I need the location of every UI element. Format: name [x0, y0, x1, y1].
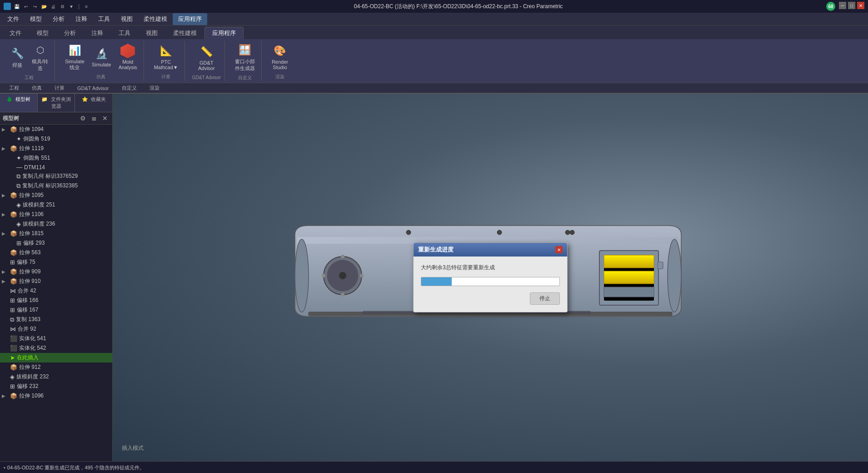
tab-file[interactable]: 文件 — [2, 27, 29, 39]
sidebar-tab-model-tree[interactable]: 🌲 模型树 — [0, 94, 38, 112]
tree-item-extrude-1094[interactable]: ▶📦拉伸 1094 — [0, 125, 112, 134]
gdt-advisor-button[interactable]: 📏 GD&T Advisor — [195, 43, 218, 73]
tree-item-offset-75[interactable]: ⊞偏移 75 — [0, 257, 112, 267]
tab-analysis[interactable]: 分析 — [56, 27, 84, 39]
subgroup-simulation[interactable]: 仿真 — [26, 84, 47, 92]
favorites-icon: ⭐ — [82, 96, 88, 102]
expand-icon-extrude-909[interactable]: ▶ — [2, 269, 8, 274]
mold-analysis-button[interactable]: Mold Analysis — [116, 42, 140, 72]
undo-btn[interactable]: ↩ — [22, 2, 30, 10]
tree-item-chamfer-551[interactable]: ✦倒圆角 551 — [0, 153, 112, 163]
menu-flexible-modeling[interactable]: 柔性建模 — [138, 13, 173, 25]
tree-settings-btn[interactable]: ⚙ — [78, 114, 88, 123]
expand-icon-extrude-1095[interactable]: ▶ — [2, 193, 8, 198]
toggle-btn[interactable]: ≡ — [82, 2, 90, 10]
tree-label-draft-232: 拔模斜度 232 — [16, 373, 49, 381]
subgroup-render[interactable]: 渲染 — [144, 84, 165, 92]
tab-annotate[interactable]: 注释 — [84, 27, 111, 39]
open-btn[interactable]: 📂 — [40, 2, 48, 10]
tree-close-btn[interactable]: ✕ — [100, 114, 110, 123]
viewport[interactable]: 插入模式 重新生成进度 ✕ 大约剩余3总特征需要重新生成 停止 — [113, 94, 868, 461]
weld-button[interactable]: 🔧 焊接 — [7, 45, 27, 70]
ribbon-group-gdt: 📏 GD&T Advisor GD&T Advisor — [189, 41, 225, 81]
dialog-close-btn[interactable]: ✕ — [555, 246, 563, 253]
print-btn[interactable]: 🖨 — [49, 2, 57, 10]
simulate-button[interactable]: 🔬 Simulate — [89, 45, 114, 69]
simulate-lines-button[interactable]: 📊 Simulate 线业 — [62, 41, 87, 73]
more-btn[interactable]: ▼ — [67, 2, 75, 10]
tree-item-extrude-910[interactable]: ▶📦拉伸 910 — [0, 277, 112, 286]
tree-item-offset-293[interactable]: ⊞偏移 293 — [0, 238, 112, 248]
menu-file[interactable]: 文件 — [2, 13, 25, 25]
subgroup-calculation[interactable]: 计算 — [49, 84, 70, 92]
render-studio-button[interactable]: 🎨 Render Studio — [269, 42, 291, 72]
tree-item-chamfer-519[interactable]: ✦倒圆角 519 — [0, 134, 112, 144]
mold-transfer-button[interactable]: ⬡ 模具/转 造 — [29, 41, 51, 74]
maximize-button[interactable]: □ — [848, 2, 855, 9]
tree-item-merge-42[interactable]: ⋈合并 42 — [0, 286, 112, 296]
tree-item-extrude-912[interactable]: 📦拉伸 912 — [0, 362, 112, 372]
window-gen-button[interactable]: 🪟 窗口小部 件生成器 — [232, 41, 258, 74]
tab-model[interactable]: 模型 — [29, 27, 56, 39]
stop-button[interactable]: 停止 — [530, 292, 560, 305]
subgroup-custom[interactable]: 自定义 — [116, 84, 142, 92]
tree-item-offset-232[interactable]: ⊞偏移 232 — [0, 382, 112, 391]
tree-item-extrude-1096[interactable]: ▶📦拉伸 1096 — [0, 391, 112, 401]
expand-icon-extrude-910[interactable]: ▶ — [2, 279, 8, 284]
minimize-button[interactable]: ─ — [839, 2, 846, 9]
ptc-mathcad-icon: 📐 — [159, 44, 173, 58]
sidebar-tab-favorites[interactable]: ⭐ 收藏夹 — [75, 94, 112, 112]
save-quick-btn[interactable]: 💾 — [13, 2, 21, 10]
tree-item-offset-167[interactable]: ⊞偏移 167 — [0, 305, 112, 315]
tree-label-chamfer-551: 倒圆角 551 — [23, 154, 50, 162]
tree-label-copy-geom-3632385: 复制几何 标识3632385 — [22, 182, 78, 190]
bullet-0: • — [4, 463, 5, 472]
tree-label-copy-geom-3376529: 复制几何 标识3376529 — [22, 172, 78, 180]
sidebar-tab-file-browser[interactable]: 📁 文件夹浏览器 — [38, 94, 75, 112]
subgroup-engineering[interactable]: 工程 — [4, 84, 25, 92]
tab-view[interactable]: 视图 — [138, 27, 165, 39]
tree-item-merge-92[interactable]: ⋈合并 92 — [0, 324, 112, 334]
subgroup-gdt[interactable]: GD&T Advisor — [72, 85, 115, 92]
close-button[interactable]: ✕ — [857, 2, 864, 9]
tree-item-draft-232[interactable]: ◈拔模斜度 232 — [0, 372, 112, 382]
tree-item-solidify-541[interactable]: ⬛实体化 541 — [0, 334, 112, 343]
menu-annotate[interactable]: 注释 — [70, 13, 93, 25]
tree-item-copy-1363[interactable]: ⧉复制 1363 — [0, 315, 112, 324]
tab-flexible[interactable]: 柔性建模 — [165, 27, 205, 39]
tab-tools[interactable]: 工具 — [111, 27, 138, 39]
item-icon-draft-232: ◈ — [10, 373, 15, 380]
svg-point-4 — [341, 293, 344, 297]
tree-item-draft-251[interactable]: ◈拔模斜度 251 — [0, 200, 112, 210]
tree-item-dtm114[interactable]: —DTM114 — [0, 163, 112, 171]
tree-item-copy-geom-3376529[interactable]: ⧉复制几何 标识3376529 — [0, 171, 112, 181]
progress-dialog[interactable]: 重新生成进度 ✕ 大约剩余3总特征需要重新生成 停止 — [413, 242, 568, 312]
menu-tools[interactable]: 工具 — [93, 13, 115, 25]
settings-btn[interactable]: ⚙ — [58, 2, 66, 10]
menu-model[interactable]: 模型 — [25, 13, 47, 25]
menu-view[interactable]: 视图 — [115, 13, 138, 25]
tree-item-draft-236[interactable]: ◈拔模斜度 236 — [0, 219, 112, 229]
ptc-mathcad-button[interactable]: 📐 PTC Mathcad▼ — [151, 42, 181, 72]
tree-item-extrude-1106[interactable]: ▶📦拉伸 1106 — [0, 210, 112, 219]
expand-icon-extrude-1096[interactable]: ▶ — [2, 393, 8, 398]
tree-item-extrude-563[interactable]: 📦拉伸 563 — [0, 248, 112, 257]
tree-item-extrude-909[interactable]: ▶📦拉伸 909 — [0, 267, 112, 277]
menu-applications[interactable]: 应用程序 — [173, 13, 207, 25]
expand-icon-extrude-1119[interactable]: ▶ — [2, 146, 8, 151]
tree-item-offset-166[interactable]: ⊞偏移 166 — [0, 296, 112, 305]
tree-columns-btn[interactable]: ≣ — [90, 114, 99, 123]
tree-item-copy-geom-3632385[interactable]: ⧉复制几何 标识3632385 — [0, 181, 112, 191]
tree-item-extrude-1095[interactable]: ▶📦拉伸 1095 — [0, 191, 112, 200]
menu-analysis[interactable]: 分析 — [47, 13, 70, 25]
tree-item-insert-here[interactable]: ➤在此插入 — [0, 353, 112, 362]
expand-icon-extrude-1094[interactable]: ▶ — [2, 127, 8, 132]
tree-item-extrude-1815[interactable]: ▶📦拉伸 1815 — [0, 229, 112, 238]
tab-applications[interactable]: 应用程序 — [205, 27, 244, 39]
tree-item-solidify-542[interactable]: ⬛实体化 542 — [0, 343, 112, 353]
tree-item-extrude-1119[interactable]: ▶📦拉伸 1119 — [0, 144, 112, 153]
expand-icon-extrude-1815[interactable]: ▶ — [2, 231, 8, 236]
tree-label-copy-1363: 复制 1363 — [16, 316, 40, 323]
expand-icon-extrude-1106[interactable]: ▶ — [2, 212, 8, 217]
redo-btn[interactable]: ↪ — [31, 2, 39, 10]
